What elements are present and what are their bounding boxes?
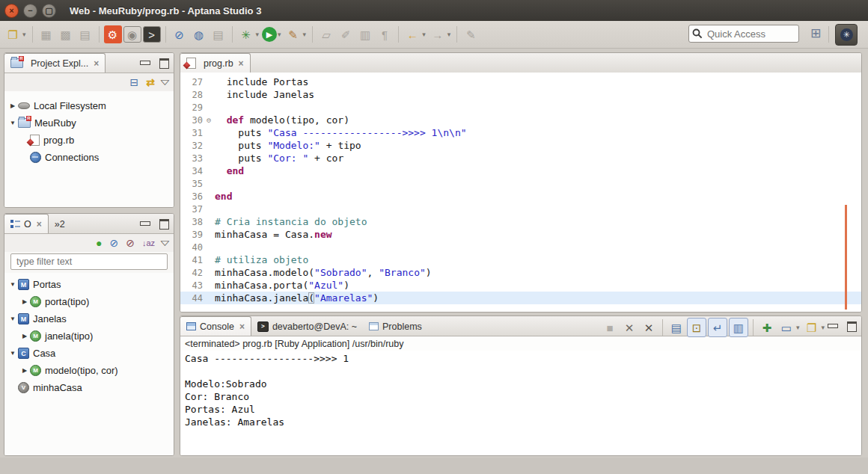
window-minimize-button[interactable]: −	[23, 4, 37, 18]
tree-item-meuruby[interactable]: ▼MeuRuby	[4, 114, 174, 132]
minimize-view-button[interactable]	[140, 61, 150, 65]
code-line-31[interactable]: 31 puts "Casa ----------------->>>> 1\n\…	[180, 126, 861, 139]
minimize-view-button[interactable]	[140, 221, 150, 226]
code-line-36[interactable]: 36end	[180, 190, 861, 203]
maximize-view-button[interactable]	[159, 58, 169, 69]
window-maximize-button[interactable]: ▢	[42, 4, 56, 18]
code-line-29[interactable]: 29	[180, 101, 861, 114]
debug-button[interactable]: ✳	[237, 25, 255, 43]
tab-outline[interactable]: O ×	[4, 214, 49, 233]
code-line-44[interactable]: 44minhaCasa.janela("Amarelas")	[180, 292, 861, 304]
code-line-34[interactable]: 34 end	[180, 164, 861, 177]
sort-button[interactable]: ↓az	[142, 239, 155, 247]
open-perspective-button[interactable]: ⊞	[808, 26, 823, 41]
overview-ruler-marker[interactable]	[845, 205, 847, 310]
tree-item-local-filesystem[interactable]: ▶Local Filesystem	[4, 97, 174, 114]
quick-access-box[interactable]	[688, 25, 799, 43]
close-icon[interactable]: ×	[37, 219, 42, 230]
toggle-occurrences-button[interactable]: ⊘	[171, 25, 189, 43]
view-menu-button[interactable]: ▽	[161, 239, 170, 247]
tab-project-explorer[interactable]: Project Expl... ×	[4, 53, 106, 73]
collapsed-arrow-icon[interactable]: ▶	[19, 333, 30, 339]
tree-item-janelas[interactable]: ▼MJanelas	[4, 310, 174, 327]
collapse-all-button[interactable]: ⊟	[130, 77, 139, 87]
tab-console[interactable]: Console×	[180, 316, 251, 336]
display-console-dropdown-icon[interactable]: ▾	[796, 324, 800, 331]
code-line-43[interactable]: 43minhaCasa.porta("Azul")	[180, 279, 861, 292]
show-on-stdout-button[interactable]: ▥	[729, 318, 748, 337]
tree-item-connections[interactable]: Connections	[4, 149, 174, 166]
close-icon[interactable]: ×	[239, 321, 245, 332]
maximize-view-button[interactable]	[847, 321, 857, 332]
outline-filter-box[interactable]	[10, 253, 168, 270]
open-console-dropdown-icon[interactable]: ▾	[821, 324, 825, 331]
run-button[interactable]: ▶	[262, 27, 277, 42]
view-menu-button[interactable]: ▽	[161, 79, 170, 86]
tab-overflow-views[interactable]: »2	[49, 215, 71, 233]
tab-prog-rb[interactable]: prog.rb ×	[180, 53, 251, 73]
word-wrap-button[interactable]: ↵	[708, 318, 727, 337]
tree-item-casa[interactable]: ▼CCasa	[4, 345, 174, 362]
collapsed-arrow-icon[interactable]: ▶	[19, 298, 30, 305]
editor-code[interactable]: 27 include Portas28 include Janelas2930⊖…	[180, 73, 861, 312]
tree-item-janela-tipo[interactable]: ▶Mjanela(tipo)	[4, 327, 174, 345]
quick-access-input[interactable]	[706, 28, 787, 40]
remove-all-launches-button[interactable]: ✕	[640, 318, 658, 336]
clear-console-button[interactable]: ▤	[667, 318, 685, 336]
hide-static-members-button[interactable]: ⊘	[109, 238, 118, 248]
web-perspective-button[interactable]: ✳	[835, 24, 858, 46]
back-dropdown-icon[interactable]: ▾	[422, 31, 426, 38]
show-public-members-button[interactable]: ●	[96, 238, 102, 248]
tree-item-minhacasa[interactable]: VminhaCasa	[4, 379, 174, 396]
code-line-37[interactable]: 37	[180, 203, 861, 215]
expanded-arrow-icon[interactable]: ▼	[7, 120, 18, 126]
code-line-38[interactable]: 38# Cria instancia do objeto	[180, 215, 861, 228]
expanded-arrow-icon[interactable]: ▼	[7, 281, 18, 288]
external-tools-dropdown-icon[interactable]: ▾	[303, 31, 307, 38]
code-line-33[interactable]: 33 puts "Cor: " + cor	[180, 152, 861, 164]
code-line-30[interactable]: 30⊖ def modelo(tipo, cor)	[180, 114, 861, 126]
scroll-lock-button[interactable]: ⊡	[687, 318, 706, 337]
pin-console-button[interactable]: ✚	[758, 318, 776, 336]
new-file-button[interactable]: ❐	[4, 25, 22, 43]
tree-item-portas[interactable]: ▼MPortas	[4, 276, 174, 293]
code-line-35[interactable]: 35	[180, 177, 861, 190]
code-line-28[interactable]: 28 include Janelas	[180, 88, 861, 101]
minimize-view-button[interactable]	[828, 324, 838, 328]
open-console-button[interactable]: ❐	[802, 318, 820, 336]
debug-dropdown-icon[interactable]: ▾	[256, 31, 260, 38]
preview-button[interactable]: ◉	[123, 26, 141, 43]
code-line-32[interactable]: 32 puts "Modelo:" + tipo	[180, 139, 861, 152]
external-tools-button[interactable]: ✎	[284, 25, 302, 43]
run-dropdown-icon[interactable]: ▾	[278, 31, 281, 38]
remove-launch-button[interactable]: ✕	[620, 318, 638, 336]
code-line-40[interactable]: 40	[180, 241, 861, 253]
expanded-arrow-icon[interactable]: ▼	[7, 350, 18, 357]
window-close-button[interactable]: ×	[4, 4, 19, 18]
aptana-home-button[interactable]: ⚙	[104, 25, 122, 43]
fold-marker-icon[interactable]: ⊖	[203, 116, 215, 124]
display-console-button[interactable]: ▭	[777, 318, 795, 336]
web-preview-button[interactable]: ◍	[190, 25, 208, 43]
hide-local-types-button[interactable]: ⊘	[126, 238, 135, 248]
maximize-view-button[interactable]	[159, 219, 169, 230]
close-icon[interactable]: ×	[239, 58, 244, 69]
code-line-39[interactable]: 39minhaCasa = Casa.new	[180, 228, 861, 241]
tree-item-prog-rb[interactable]: prog.rb	[4, 132, 174, 149]
forward-dropdown-icon[interactable]: ▾	[447, 31, 451, 38]
code-line-41[interactable]: 41# utiliza objeto	[180, 253, 861, 266]
outline-filter-input[interactable]	[15, 256, 163, 268]
new-file-dropdown-icon[interactable]: ▾	[22, 31, 26, 38]
close-icon[interactable]: ×	[94, 58, 99, 69]
collapsed-arrow-icon[interactable]: ▶	[19, 367, 30, 374]
back-button[interactable]: ←	[403, 25, 421, 43]
tab-problems[interactable]: Problems	[363, 317, 428, 336]
expanded-arrow-icon[interactable]: ▼	[7, 316, 18, 322]
collapsed-arrow-icon[interactable]: ▶	[7, 102, 18, 109]
terminal-button[interactable]: >	[143, 26, 161, 43]
link-with-editor-button[interactable]: ⇄	[146, 77, 155, 87]
tree-item-modelo-tipo-cor[interactable]: ▶Mmodelo(tipo, cor)	[4, 362, 174, 379]
code-line-27[interactable]: 27 include Portas	[180, 76, 861, 88]
tab-devaberto-deva[interactable]: >devaberto@DevA: ~	[251, 317, 363, 336]
tree-item-porta-tipo[interactable]: ▶Mporta(tipo)	[4, 293, 174, 310]
